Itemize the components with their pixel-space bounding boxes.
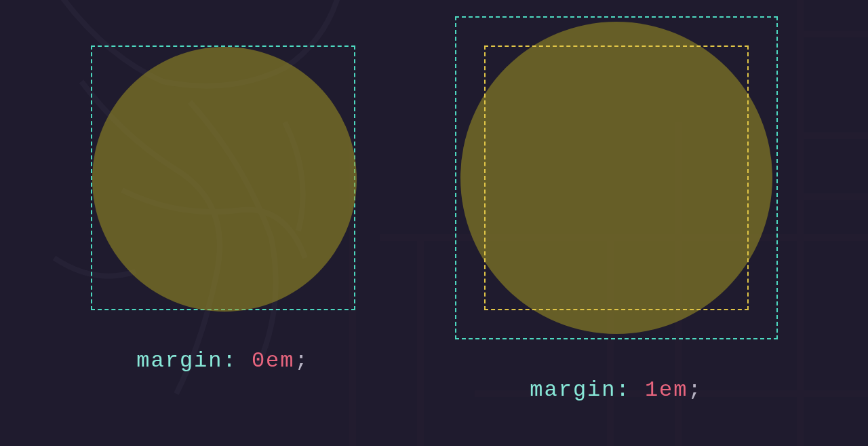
diagram-content: margin: 0em; margin: 1em; xyxy=(0,0,868,446)
css-property: margin: xyxy=(136,348,252,373)
inner-box-content xyxy=(484,45,749,310)
css-semicolon: ; xyxy=(688,377,703,403)
css-semicolon: ; xyxy=(295,348,309,373)
css-value: 1em xyxy=(645,377,688,403)
caption-left: margin: 0em; xyxy=(136,348,309,373)
css-property: margin: xyxy=(530,377,645,403)
margin-demo-right: margin: 1em; xyxy=(455,16,778,403)
outer-box-no-margin xyxy=(91,45,355,310)
shape-circle-left xyxy=(92,47,357,312)
outer-box-with-margin xyxy=(455,16,778,339)
css-value: 0em xyxy=(252,348,295,373)
margin-demo-left: margin: 0em; xyxy=(91,45,355,373)
caption-right: margin: 1em; xyxy=(530,377,702,403)
